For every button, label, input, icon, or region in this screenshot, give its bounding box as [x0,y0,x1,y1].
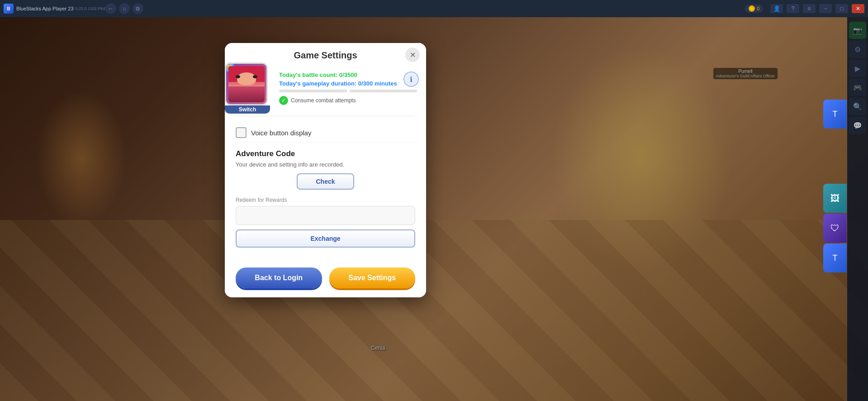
panel-shield-button[interactable]: 🛡 [823,214,847,243]
home-nav-button[interactable]: ⌂ [119,3,130,14]
dialog-footer: Back to Login Save Settings [225,261,426,297]
title-bar: B BlueStacks App Player 23 5.22.0.1102 P… [0,0,868,17]
info-button[interactable]: ℹ [403,72,419,87]
dialog-body: Voice button display Adventure Code Your… [225,116,426,261]
dialog-close-button[interactable]: ✕ [405,48,420,62]
close-window-button[interactable]: ✕ [852,4,864,13]
panel-chat-button[interactable]: T [823,243,847,272]
voice-button-row: Voice button display [236,123,415,143]
copy-nav-button[interactable]: ⧉ [133,3,143,14]
gameplay-duration-suffix: minutes [373,80,397,87]
check-icon: ✓ [279,96,288,105]
progress-bar-battle [279,90,347,92]
adventure-code-title: Adventure Code [236,149,415,158]
voice-checkbox[interactable] [236,127,247,138]
progress-bar-duration [350,90,417,92]
dialog-overlay [0,0,868,401]
nav-buttons: ← ⌂ ⧉ [105,3,143,14]
progress-bars [279,90,417,92]
minimize-button[interactable]: − [819,4,832,13]
gameplay-duration-value: 0/300 [358,80,373,87]
menu-button[interactable]: ≡ [803,4,816,13]
adventure-code-description: Your device and setting info are recorde… [236,161,415,168]
redeem-label: Redeem for Rewards [236,197,415,203]
battle-count-label: Today's battle count: [279,72,339,78]
section-divider-top [236,116,415,116]
character-switch-label[interactable]: Switch [225,105,270,114]
restore-button[interactable]: □ [835,4,848,13]
app-subtitle: 5.22.0.1102 P64 [76,6,105,11]
panel-t-button[interactable]: T [823,100,847,129]
consume-row: ✓ Consume combat attempts [279,96,417,105]
coin-icon [749,5,755,12]
back-to-login-button[interactable]: Back to Login [236,267,322,288]
back-nav-button[interactable]: ← [105,3,116,14]
exchange-button[interactable]: Exchange [236,229,415,248]
dialog-title: Game Settings [234,50,417,61]
coin-counter: 0 [745,5,763,13]
gameplay-duration-text: Today's gameplay duration: 0/300 minutes [279,80,417,87]
check-button[interactable]: Check [297,173,354,190]
battle-count-value: 0/3500 [339,72,357,78]
adventure-code-section: Adventure Code Your device and setting i… [236,143,415,252]
app-title: BlueStacks App Player 23 [16,6,74,11]
user-avatar-button[interactable]: 👤 [770,4,783,13]
redeem-input[interactable] [236,206,415,225]
help-button[interactable]: ? [787,4,799,13]
character-card[interactable]: 😸 Switch [225,62,270,112]
coin-count: 0 [757,6,759,11]
save-settings-button[interactable]: Save Settings [329,267,416,288]
voice-label: Voice button display [251,129,311,137]
gameplay-duration-label: Today's gameplay duration: [279,80,358,87]
dialog-header: Game Settings ✕ [225,43,426,61]
battle-count-text: Today's battle count: 0/3500 [279,72,417,78]
character-avatar: 😸 [225,62,268,105]
consume-label: Consume combat attempts [291,97,356,104]
app-logo: B [4,4,14,14]
window-controls: 0 👤 ? ≡ − □ ✕ [745,4,864,13]
panel-screenshot-button[interactable]: 🖼 [823,184,847,213]
